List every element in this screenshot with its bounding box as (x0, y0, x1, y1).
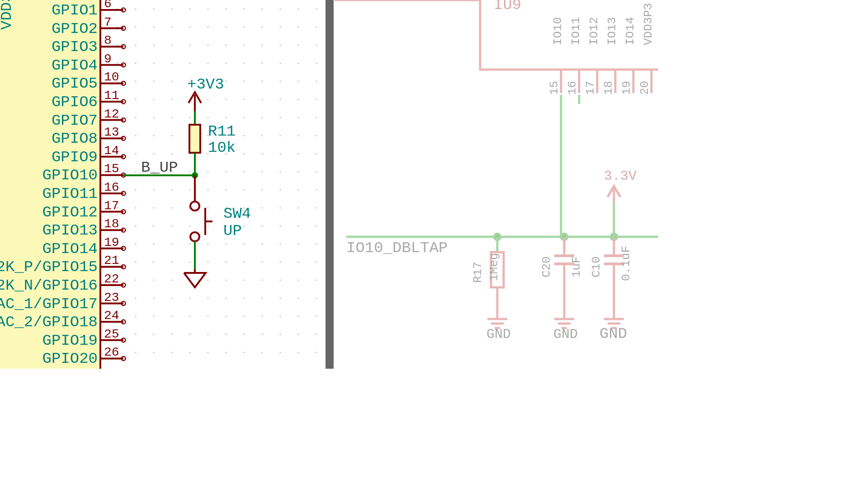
pin-label: GPIO19 (42, 332, 98, 349)
pin-number: 6 (104, 0, 112, 11)
pin-number: 15 (104, 162, 119, 176)
ic-pin-number: 20 (638, 81, 651, 95)
pin-label: GPIO10 (42, 167, 98, 184)
pin-label: GPIO13 (42, 222, 98, 239)
pin-number: 12 (104, 107, 119, 121)
pin-label: GPIO11 (42, 185, 98, 202)
pin-label: DAC_1/GPIO17 (0, 296, 98, 313)
pin-label: GPIO4 (52, 57, 98, 74)
r11-ref: R11 (208, 123, 236, 140)
sw4-ref: SW4 (223, 205, 251, 222)
r11-val: 10k (208, 139, 236, 156)
ic-pin-number: 19 (620, 81, 633, 95)
pin-label: 32K_N/GPIO16 (0, 277, 98, 294)
gnd-label-1: GND (486, 327, 511, 342)
pin-number: 26 (104, 345, 119, 359)
ic-pin-label: IO11 (569, 17, 583, 45)
c20-val: 1uF (570, 256, 583, 277)
pin-label: GPIO2 (52, 20, 98, 38)
pin-label: GPIO6 (52, 94, 98, 111)
pin-label: GPIO9 (52, 149, 98, 166)
gnd-label-3: GND (599, 325, 627, 343)
ic-pin-number: 17 (584, 81, 597, 95)
svg-rect-45 (189, 125, 200, 153)
pin-number: 10 (104, 70, 119, 84)
pin-number: 19 (104, 235, 119, 249)
pin-number: 9 (104, 52, 112, 66)
pane-divider[interactable] (326, 0, 334, 369)
pin-number: 14 (104, 144, 119, 158)
ic-ref: IU9 (494, 0, 521, 14)
pin-label: GPIO3 (52, 38, 98, 56)
ic-pin-label: IO10 (551, 17, 565, 45)
pin-number: 23 (104, 291, 119, 305)
r17-val: 1Meg (487, 253, 501, 281)
pin-number: 21 (104, 253, 119, 267)
grid-region (104, 0, 326, 369)
r17-ref: R17 (471, 262, 485, 283)
net-label-b-up: B_UP (141, 159, 178, 176)
ic-pin-label: IO13 (605, 17, 619, 45)
pin-number: 25 (104, 327, 119, 341)
pin-label: GPIO12 (42, 204, 98, 221)
pin-number: 24 (104, 309, 119, 323)
sw4-val: UP (223, 222, 242, 239)
pin-number: 8 (104, 33, 112, 47)
c10-ref: C10 (590, 256, 603, 277)
pin-number: 16 (104, 180, 119, 194)
ic-pin-number: 16 (566, 81, 579, 95)
pin-label: GPIO14 (42, 240, 98, 258)
pin-number: 11 (104, 89, 119, 103)
pin-number: 13 (104, 125, 119, 139)
pin-number: 22 (104, 272, 119, 286)
pin-label: 32K_P/GPIO15 (0, 258, 98, 276)
ic-pin-number: 18 (602, 81, 615, 95)
pin-number: 18 (104, 217, 119, 231)
pin-label: DAC_2/GPIO18 (0, 314, 98, 331)
ic-pin-label: VDD3P3 (642, 3, 655, 45)
gnd-label-2: GND (553, 327, 578, 342)
power-label-vdd3: VDD3 (0, 0, 15, 30)
power-3v3-label: +3V3 (187, 76, 224, 93)
ic-pin-label: IO12 (587, 17, 601, 45)
c10-val: 0.1uF (619, 246, 633, 281)
net-label-io10-dbltap: IO10_DBLTAP (346, 239, 448, 257)
ic-pin-number: 15 (547, 81, 561, 95)
pin-label: GPIO8 (52, 130, 98, 147)
c20-ref: C20 (540, 256, 553, 277)
pin-label: GPIO7 (52, 112, 98, 129)
pin-label: GPIO20 (42, 350, 98, 367)
power-3v3-right-label: 3.3V (604, 169, 637, 184)
schematic-canvas: VDD3 GPIO16GPIO27GPIO38GPIO49GPIO510GPIO… (0, 0, 658, 369)
pin-number: 7 (104, 15, 112, 29)
ic-pin-label: IO14 (623, 17, 637, 45)
pin-label: GPIO1 (52, 2, 98, 19)
pin-label: GPIO5 (52, 75, 98, 92)
pin-number: 17 (104, 199, 119, 213)
